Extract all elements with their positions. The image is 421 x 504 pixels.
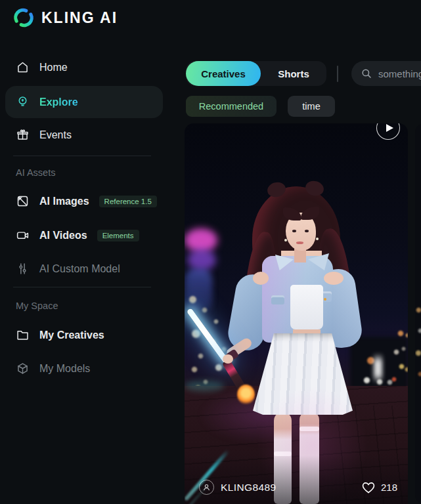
- home-icon: [16, 60, 30, 74]
- sidebar-item-ai-images[interactable]: AI Images Reference 1.5: [16, 194, 157, 208]
- tab-shorts[interactable]: Shorts: [261, 61, 326, 86]
- sidebar-section-my-space: My Space: [16, 301, 58, 311]
- person-icon: [202, 482, 211, 492]
- pearl-earring: [316, 238, 319, 240]
- sidebar-item-events[interactable]: Events: [16, 128, 72, 142]
- search-input[interactable]: [378, 68, 421, 79]
- next-creative-card[interactable]: [415, 123, 421, 504]
- play-icon: [386, 124, 393, 132]
- pearl-earring: [284, 239, 287, 242]
- app-logo[interactable]: KLING AI: [12, 7, 118, 29]
- sidebar-item-my-models[interactable]: My Models: [16, 362, 90, 375]
- image-icon: [16, 194, 30, 208]
- reference-badge: Reference 1.5: [99, 196, 157, 207]
- filter-time[interactable]: time: [288, 96, 335, 117]
- white-crop-top: [290, 285, 323, 329]
- gift-icon: [16, 128, 30, 142]
- street-lamp-glow: [374, 353, 382, 383]
- lightsaber-flame-glow: [237, 385, 255, 405]
- girl-hand: [223, 354, 233, 364]
- sidebar-item-label: My Creatives: [39, 329, 104, 341]
- creative-card[interactable]: KLING8489 218: [185, 123, 408, 504]
- sidebar-item-label: AI Custom Model: [39, 263, 120, 275]
- logo-text: KLING AI: [41, 9, 118, 27]
- heart-icon: [361, 480, 376, 495]
- kling-logo-icon: [12, 7, 35, 29]
- sidebar-item-home[interactable]: Home: [16, 60, 68, 74]
- sidebar-item-label: Explore: [39, 96, 78, 108]
- stocking-band: [299, 427, 319, 431]
- like-button[interactable]: 218: [361, 480, 397, 495]
- lightbulb-icon: [16, 95, 30, 109]
- card-meta-row: KLING8489 218: [185, 480, 408, 495]
- sidebar-item-ai-videos[interactable]: AI Videos Elements: [16, 228, 139, 242]
- sidebar-divider: [13, 156, 151, 156]
- sidebar-item-my-creatives[interactable]: My Creatives: [16, 328, 104, 342]
- kling-ai-explore-page: { "brand": { "logo_text": "KLING AI" }, …: [0, 0, 421, 504]
- user-avatar[interactable]: [199, 480, 214, 495]
- content-tabs: Creatives Shorts: [186, 61, 326, 86]
- stocking-band: [274, 452, 292, 456]
- search-box[interactable]: [351, 61, 421, 86]
- cube-icon: [16, 362, 30, 375]
- sidebar-item-ai-custom-model[interactable]: AI Custom Model: [16, 262, 120, 276]
- teal-reflection: [185, 381, 224, 391]
- sidebar-item-label: AI Videos: [39, 230, 87, 242]
- topbar-divider: [337, 66, 338, 82]
- folder-icon: [16, 328, 30, 342]
- bare-shoulder: [324, 272, 343, 285]
- sidebar-divider: [13, 287, 151, 287]
- sidebar-item-explore[interactable]: Explore: [5, 86, 163, 118]
- card-username[interactable]: KLING8489: [221, 482, 277, 494]
- jacket-button: [324, 298, 326, 301]
- girl-lips: [296, 242, 303, 244]
- tab-creatives[interactable]: Creatives: [186, 61, 261, 86]
- bokeh-lights: [415, 123, 421, 504]
- sidebar-section-ai-assets: AI Assets: [16, 167, 55, 178]
- like-count: 218: [381, 482, 397, 493]
- filter-recommended[interactable]: Recommended: [186, 96, 277, 117]
- sidebar-item-label: Events: [39, 129, 72, 141]
- elements-badge: Elements: [97, 230, 139, 242]
- jacket-pocket: [271, 295, 284, 304]
- search-icon: [361, 68, 372, 79]
- sidebar-item-label: Home: [39, 62, 68, 74]
- sliders-icon: [16, 262, 30, 276]
- bare-shoulder: [253, 272, 269, 285]
- sidebar-item-label: AI Images: [39, 196, 89, 207]
- girl-eye: [292, 230, 296, 232]
- sidebar-item-label: My Models: [39, 363, 90, 375]
- girl-eye: [305, 230, 309, 232]
- video-camera-icon: [16, 228, 30, 242]
